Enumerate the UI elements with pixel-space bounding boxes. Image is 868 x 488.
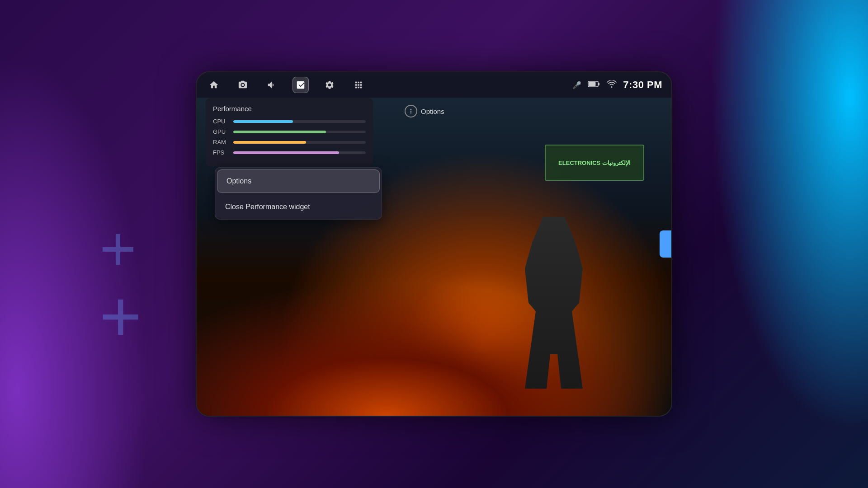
perf-bar-container-gpu [233,131,366,133]
nav-home[interactable] [206,77,222,93]
options-icon [405,105,417,117]
mic-icon: 🎤 [572,81,581,89]
plus-decoration: + [99,217,154,271]
time-display: 7:30 PM [623,79,662,91]
context-menu-close-widget-label: Close Performance widget [225,203,310,211]
store-sign-text: ELECTRONICS الإلكترونيات [558,160,631,166]
status-area: 🎤 7:30 PM [572,79,662,91]
perf-row-ram: RAM [213,139,366,145]
performance-icon [296,80,306,90]
battery-icon [588,80,600,90]
settings-icon [325,80,335,90]
context-menu-options-label: Options [226,177,251,185]
volume-icon [267,80,277,90]
context-menu-item-options[interactable]: Options [217,169,380,193]
perf-bar-fps [233,151,339,154]
perf-label-gpu: GPU [213,128,229,135]
context-menu-item-close-widget[interactable]: Close Performance widget [215,195,382,219]
side-handle[interactable] [660,230,671,258]
perf-bar-ram [233,141,306,144]
grid-icon [354,80,363,90]
screenshot-icon [238,80,248,90]
svg-rect-1 [598,83,599,85]
home-icon [209,80,219,90]
top-bar: 🎤 7:30 PM [197,72,671,98]
svg-point-3 [410,109,411,110]
perf-label-ram: RAM [213,139,229,145]
store-sign: ELECTRONICS الإلكترونيات [545,145,644,181]
nav-icons-left [206,77,572,93]
perf-bar-container-fps [233,151,366,154]
background-blob-right [687,0,868,488]
wifi-icon [607,80,617,90]
performance-panel: Performance CPU GPU RAM FPS [206,98,373,167]
perf-label-cpu: CPU [213,118,229,125]
nav-performance[interactable] [292,77,309,93]
svg-rect-2 [589,82,596,86]
nav-settings[interactable] [321,77,338,93]
perf-row-cpu: CPU [213,118,366,125]
device-frame: ELECTRONICS الإلكترونيات [197,72,671,416]
perf-bar-container-cpu [233,120,366,123]
svg-point-5 [410,113,411,113]
options-label: Options [421,108,444,115]
nav-screenshot[interactable] [235,77,251,93]
perf-row-gpu: GPU [213,128,366,135]
perf-row-fps: FPS [213,149,366,156]
svg-point-4 [410,111,411,112]
options-button[interactable]: Options [405,105,444,117]
perf-bar-cpu [233,120,293,123]
nav-volume[interactable] [264,77,280,93]
perf-bar-gpu [233,131,326,133]
context-menu: Options Close Performance widget [215,167,382,220]
perf-bar-container-ram [233,141,366,144]
perf-label-fps: FPS [213,149,229,156]
nav-grid[interactable] [350,77,367,93]
performance-panel-title: Performance [213,105,366,113]
